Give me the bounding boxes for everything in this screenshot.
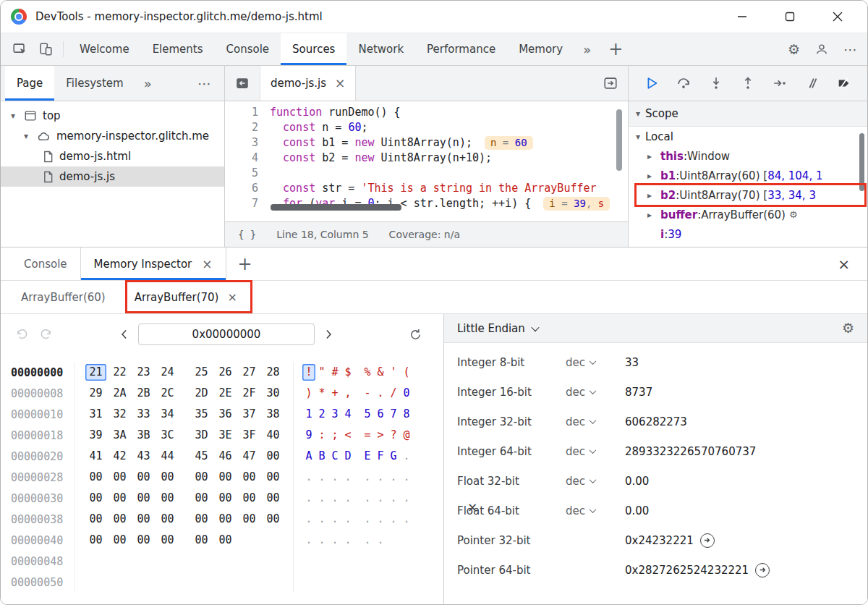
jump-to-address-icon[interactable] — [700, 533, 715, 548]
format-select[interactable]: dec — [566, 445, 625, 458]
ascii-cell[interactable]: . — [387, 490, 400, 507]
byte-cell[interactable]: 00 — [85, 469, 106, 486]
ascii-cell[interactable]: . — [302, 490, 315, 507]
byte-cell[interactable]: 00 — [109, 490, 130, 507]
byte-cell[interactable]: 46 — [215, 448, 236, 465]
ascii-cell[interactable]: F — [374, 448, 387, 465]
byte-cell[interactable]: 00 — [191, 490, 212, 507]
resume-icon[interactable] — [642, 73, 662, 93]
ascii-cell[interactable]: 0 — [400, 385, 413, 402]
format-select[interactable]: dec — [566, 475, 625, 488]
byte-cell[interactable]: 00 — [263, 511, 284, 528]
close-memory-inspector-tab-icon[interactable]: × — [202, 257, 212, 271]
ascii-cell[interactable]: . — [387, 469, 400, 486]
line-number[interactable]: 2 — [225, 120, 270, 135]
byte-cell[interactable]: 3A — [109, 427, 130, 444]
byte-cell[interactable]: 00 — [215, 490, 236, 507]
ascii-cell[interactable]: * — [315, 385, 328, 402]
ascii-cell[interactable]: 6 — [374, 406, 387, 423]
step-over-icon[interactable] — [673, 73, 694, 93]
sidebar-item-demo-js-js[interactable]: demo-js.js — [1, 166, 224, 187]
byte-cell[interactable]: 3F — [239, 427, 260, 444]
reveal-in-memory-inspector-icon[interactable]: ⚙ — [789, 209, 798, 220]
byte-cell[interactable]: 00 — [133, 532, 154, 549]
tab-elements[interactable]: Elements — [141, 33, 215, 65]
inspect-icon[interactable] — [7, 33, 33, 65]
byte-cell[interactable]: 00 — [157, 469, 178, 486]
byte-cell[interactable]: 39 — [85, 427, 106, 444]
profile-icon[interactable] — [809, 42, 835, 56]
expand-icon[interactable]: ▾ — [8, 111, 18, 121]
ascii-cell[interactable]: . — [328, 490, 341, 507]
expand-icon[interactable]: ▸ — [647, 190, 660, 200]
ascii-cell[interactable]: ? — [387, 427, 400, 444]
move-to-panel-icon[interactable] — [593, 66, 628, 101]
pretty-print-icon[interactable]: { } — [238, 229, 256, 240]
line-number[interactable]: 3 — [225, 135, 270, 151]
ascii-cell[interactable]: E — [361, 448, 374, 465]
byte-cell[interactable]: 44 — [157, 448, 178, 465]
ascii-cell[interactable]: . — [302, 469, 315, 486]
ascii-cell[interactable]: 7 — [387, 406, 400, 423]
byte-cell[interactable]: 2D — [191, 385, 212, 402]
byte-cell[interactable]: 40 — [263, 427, 284, 444]
format-select[interactable]: dec — [566, 415, 625, 428]
tab-memory-inspector[interactable]: Memory Inspector × — [80, 248, 226, 280]
tab-filesystem[interactable]: Filesystem — [54, 66, 135, 101]
byte-cell[interactable]: 00 — [239, 511, 260, 528]
ascii-cell[interactable]: 3 — [328, 406, 341, 423]
ascii-cell[interactable]: 2 — [315, 406, 328, 423]
byte-cell[interactable]: 00 — [157, 532, 178, 549]
ascii-cell[interactable]: C — [328, 448, 341, 465]
byte-cell[interactable]: 41 — [85, 448, 106, 465]
ascii-cell[interactable]: ; — [328, 427, 341, 444]
byte-cell[interactable]: 00 — [215, 532, 236, 549]
byte-cell[interactable]: 3B — [133, 427, 154, 444]
ascii-cell[interactable]: " — [315, 364, 328, 381]
deactivate-breakpoints-icon[interactable] — [802, 73, 822, 93]
tab-page[interactable]: Page — [5, 66, 54, 101]
ascii-cell[interactable]: . — [361, 532, 374, 549]
format-select[interactable]: dec — [566, 356, 625, 369]
ascii-cell[interactable]: ( — [400, 364, 413, 381]
tab-memory[interactable]: Memory — [507, 33, 574, 65]
ascii-cell[interactable]: . — [400, 448, 413, 465]
add-tab-icon[interactable]: + — [600, 33, 631, 65]
byte-cell[interactable]: 00 — [85, 490, 106, 507]
ascii-cell[interactable]: . — [328, 469, 341, 486]
endianness-select[interactable]: Little Endian — [457, 322, 538, 335]
sidebar-item-top[interactable]: ▾top — [1, 106, 224, 126]
line-number[interactable]: 5 — [225, 166, 270, 181]
redo-icon[interactable] — [37, 325, 56, 344]
byte-cell[interactable]: 3D — [191, 427, 212, 444]
ascii-cell[interactable]: . — [315, 532, 328, 549]
byte-cell[interactable]: 36 — [215, 406, 236, 423]
add-drawer-tab-icon[interactable]: + — [226, 248, 264, 280]
ascii-cell[interactable]: . — [302, 511, 315, 528]
scope-var-i[interactable]: i: 39 — [629, 224, 867, 244]
ascii-cell[interactable]: < — [341, 427, 354, 444]
expand-icon[interactable]: ▸ — [647, 171, 660, 181]
ascii-cell[interactable]: . — [341, 511, 354, 528]
ascii-cell[interactable]: . — [400, 511, 413, 528]
close-editor-tab-icon[interactable]: × — [335, 76, 345, 90]
previous-page-icon[interactable] — [115, 325, 134, 344]
maximize-icon[interactable] — [782, 9, 798, 25]
byte-cell[interactable]: 00 — [85, 511, 106, 528]
ascii-cell[interactable]: 9 — [302, 427, 315, 444]
byte-cell[interactable]: 27 — [239, 364, 260, 381]
minimize-icon[interactable] — [734, 9, 750, 25]
byte-cell[interactable]: 29 — [85, 385, 106, 402]
byte-cell[interactable]: 00 — [157, 511, 178, 528]
ascii-cell[interactable]: . — [400, 490, 413, 507]
expand-icon[interactable]: ▸ — [647, 210, 660, 220]
line-number[interactable]: 4 — [225, 151, 270, 166]
editor-vertical-scrollbar[interactable] — [616, 109, 622, 171]
settings-gear-icon[interactable]: ⚙ — [788, 43, 800, 56]
tab-welcome[interactable]: Welcome — [68, 33, 141, 65]
scope-var-buffer[interactable]: ▸buffer: ArrayBuffer(60)⚙ — [629, 205, 867, 224]
ascii-cell[interactable]: ' — [387, 364, 400, 381]
line-number[interactable]: 7 — [225, 196, 270, 211]
step-out-icon[interactable] — [738, 73, 758, 93]
ascii-cell[interactable]: G — [387, 448, 400, 465]
